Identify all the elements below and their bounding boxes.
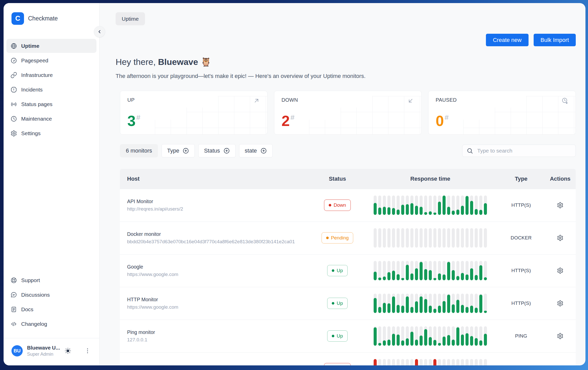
stat-value: 3 (127, 114, 136, 128)
response-bar (470, 359, 473, 365)
host-cell: Ping monitor 127.0.0.1 (120, 329, 312, 343)
create-new-button[interactable]: Create new (486, 34, 529, 46)
sidebar-item-label: Changelog (21, 321, 47, 327)
response-bar (410, 228, 413, 248)
sidebar-item-docs[interactable]: Docs (6, 302, 96, 316)
page-subtitle: The afternoon is your playground—let's m… (116, 73, 576, 79)
table-row[interactable]: API Monitor http://reqres.in/api/users/2… (120, 189, 576, 222)
stat-suffix: # (136, 114, 140, 121)
row-actions-button[interactable] (555, 233, 565, 243)
response-bar (415, 261, 418, 280)
table-row[interactable]: Port monitor Down PORT (120, 352, 576, 365)
response-bar (461, 195, 464, 215)
gear-icon (557, 300, 564, 307)
table-row[interactable]: Ping monitor 127.0.0.1 Up PING (120, 320, 576, 352)
search-icon (467, 147, 473, 154)
row-actions-button[interactable] (555, 200, 565, 210)
user-menu-button[interactable] (82, 346, 93, 356)
table-row[interactable]: Google https://www.google.com Up HTTP(S) (120, 254, 576, 287)
sidebar-item-settings[interactable]: Settings (6, 126, 96, 140)
row-actions-button[interactable] (555, 331, 565, 341)
response-bar (470, 195, 473, 215)
row-actions-button[interactable] (555, 266, 565, 275)
response-bar (484, 228, 487, 248)
response-bar (456, 228, 459, 248)
response-bar (438, 326, 441, 346)
response-bar (378, 359, 381, 365)
response-bar (410, 359, 413, 365)
sidebar: C Checkmate UptimePagespeedInfrastructur… (4, 3, 100, 365)
search-box (462, 145, 576, 157)
sidebar-item-infrastructure[interactable]: Infrastructure (6, 68, 96, 82)
sidebar-item-discussions[interactable]: Discussions (6, 288, 96, 302)
gauge-icon (10, 57, 17, 64)
response-bar (470, 261, 473, 280)
theme-toggle-button[interactable] (63, 345, 73, 356)
status-badge: Up (327, 330, 347, 342)
status-badge: Down (324, 200, 351, 211)
filter-chip-status[interactable]: Status (198, 144, 235, 157)
response-bar (424, 326, 427, 346)
response-bar (484, 261, 487, 280)
link-icon (10, 72, 17, 78)
sidebar-item-label: Pagespeed (21, 57, 48, 64)
sidebar-item-maintenance[interactable]: Maintenance (6, 112, 96, 126)
response-bar (433, 195, 436, 215)
status-badge: Up (327, 265, 347, 276)
row-actions-button[interactable] (555, 364, 565, 365)
sidebar-item-pagespeed[interactable]: Pagespeed (6, 53, 96, 67)
message-icon (10, 292, 17, 298)
sidebar-item-uptime[interactable]: Uptime (6, 39, 96, 53)
search-input[interactable] (477, 147, 571, 154)
bulk-import-button[interactable]: Bulk Import (534, 34, 576, 46)
response-bar (433, 359, 436, 365)
response-bar (374, 228, 377, 248)
monitor-url: http://reqres.in/api/users/2 (127, 206, 312, 212)
response-bar (461, 294, 464, 313)
row-actions-button[interactable] (555, 298, 565, 308)
status-badge: Up (327, 298, 347, 309)
code-icon (10, 321, 17, 327)
stat-label: UP (127, 97, 134, 103)
response-bar (465, 228, 469, 248)
response-bar (461, 261, 464, 280)
response-bar (452, 326, 455, 346)
response-bar (475, 195, 478, 215)
app-window: C Checkmate UptimePagespeedInfrastructur… (4, 3, 585, 365)
response-bar (452, 261, 455, 280)
response-bar (429, 195, 432, 215)
response-bar (397, 326, 400, 346)
response-bar (410, 326, 413, 346)
filter-chip-type[interactable]: Type (162, 144, 195, 157)
host-cell: Google https://www.google.com (120, 264, 312, 277)
response-bar (424, 294, 427, 313)
response-bar (383, 326, 386, 346)
gear-icon (557, 333, 564, 339)
plus-circle-icon (182, 147, 189, 154)
sidebar-item-status-pages[interactable]: Status pages (6, 97, 96, 111)
monitor-type: PING (498, 333, 545, 339)
sidebar-item-support[interactable]: Support (6, 273, 96, 287)
stats-row: UP 3 # DOWN 2 # PAUSED 0 # (120, 91, 576, 135)
response-bar (452, 294, 455, 313)
table-row[interactable]: Docker monitor bbdd20b4e3757d63e070bc16e… (120, 222, 576, 254)
sidebar-item-changelog[interactable]: Changelog (6, 317, 96, 331)
sidebar-collapse-button[interactable] (94, 26, 105, 37)
response-bar (479, 261, 482, 280)
stat-card-paused: PAUSED 0 # (428, 91, 576, 135)
response-bar (424, 359, 427, 365)
response-bar (456, 359, 459, 365)
monitor-type: HTTP(S) (498, 268, 545, 273)
sidebar-item-label: Maintenance (21, 116, 52, 122)
breadcrumb[interactable]: Uptime (116, 12, 145, 25)
response-time-chart (363, 326, 498, 346)
status-label: Down (334, 202, 346, 208)
clock-icon (10, 115, 17, 122)
header-actions: Create new Bulk Import (116, 34, 576, 46)
filter-chip-label: state (245, 147, 257, 154)
response-bar (443, 326, 446, 346)
sidebar-item-incidents[interactable]: Incidents (6, 83, 96, 97)
table-row[interactable]: HTTP Monitor https://www.google.com Up H… (120, 287, 576, 320)
filter-chip-state[interactable]: state (239, 144, 273, 157)
response-bar (383, 359, 386, 365)
